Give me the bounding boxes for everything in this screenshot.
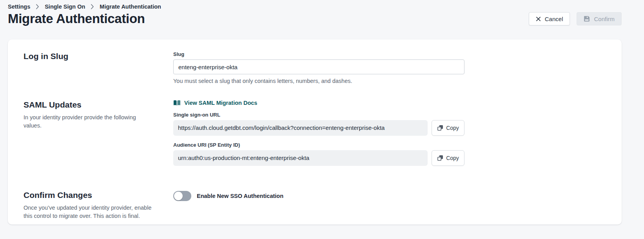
enable-sso-toggle-label: Enable New SSO Authentication: [197, 193, 283, 199]
settings-card: Log in Slug Slug You must select a slug …: [8, 40, 622, 225]
confirm-changes-heading: Confirm Changes: [24, 190, 161, 200]
migrate-authentication-page: Settings Single Sign On Migrate Authenti…: [0, 0, 644, 239]
saml-updates-section: SAML Updates In your identity provider p…: [24, 100, 622, 172]
book-icon: [173, 100, 181, 106]
breadcrumb-settings[interactable]: Settings: [8, 4, 30, 10]
toggle-knob: [174, 192, 183, 200]
sso-url-label: Single sign-on URL: [173, 112, 464, 118]
breadcrumb-migrate-authentication: Migrate Authentication: [100, 4, 161, 10]
confirm-button[interactable]: Confirm: [577, 12, 622, 25]
page-title: Migrate Authentication: [8, 11, 145, 26]
copy-icon: [437, 155, 443, 161]
copy-sso-url-button[interactable]: Copy: [432, 120, 464, 136]
cancel-button[interactable]: Cancel: [529, 12, 570, 25]
slug-input[interactable]: [173, 59, 464, 74]
copy-button-label: Copy: [446, 125, 459, 131]
saml-updates-description: In your identity provider provide the fo…: [24, 113, 153, 130]
breadcrumb-single-sign-on[interactable]: Single Sign On: [45, 4, 85, 10]
view-saml-migration-docs-link[interactable]: View SAML Migration Docs: [173, 100, 257, 106]
copy-audience-uri-button[interactable]: Copy: [432, 150, 464, 166]
enable-sso-toggle[interactable]: [173, 191, 191, 201]
chevron-right-icon: [91, 4, 94, 9]
copy-button-label: Copy: [446, 155, 459, 161]
header-actions: Cancel Confirm: [529, 12, 622, 25]
login-slug-section: Log in Slug Slug You must select a slug …: [24, 51, 622, 84]
confirm-changes-description: Once you’ve updated your identity provid…: [24, 204, 153, 220]
cancel-button-label: Cancel: [545, 16, 563, 22]
breadcrumb: Settings Single Sign On Migrate Authenti…: [0, 0, 644, 10]
page-header: Migrate Authentication Cancel Confirm: [0, 10, 644, 26]
slug-helper-text: You must select a slug that only contain…: [173, 78, 464, 84]
login-slug-heading: Log in Slug: [24, 51, 161, 61]
audience-uri-field: urn:auth0:us-production-mt:enteng-enterp…: [173, 150, 428, 166]
audience-uri-label: Audience URI (SP Entity ID): [173, 142, 464, 148]
close-icon: [536, 16, 541, 22]
saml-updates-heading: SAML Updates: [24, 100, 161, 110]
chevron-right-icon: [36, 4, 39, 9]
docs-link-label: View SAML Migration Docs: [184, 100, 257, 106]
copy-icon: [437, 125, 443, 131]
confirm-button-label: Confirm: [594, 16, 615, 22]
save-icon: [584, 16, 590, 22]
sso-url-field: https://auth.cloud.getdbt.com/login/call…: [173, 120, 428, 136]
confirm-changes-section: Confirm Changes Once you’ve updated your…: [24, 190, 622, 220]
slug-label: Slug: [173, 51, 464, 57]
